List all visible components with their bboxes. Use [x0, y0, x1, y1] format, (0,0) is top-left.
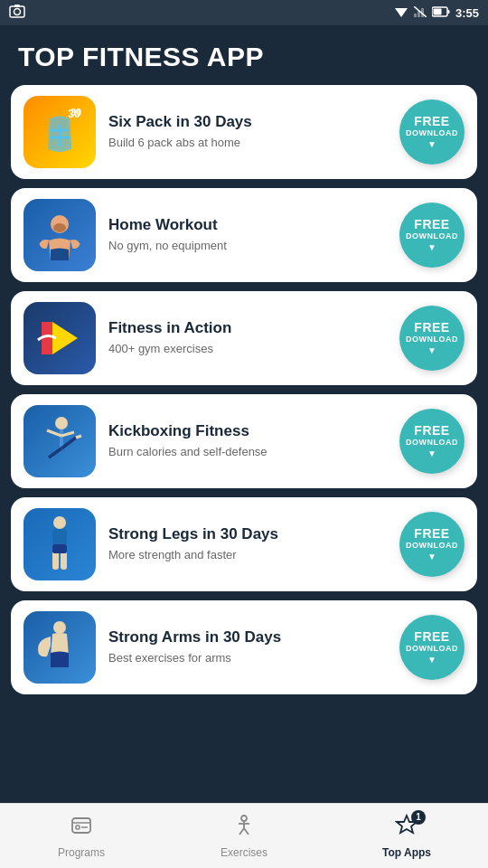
status-bar: 3:55 [0, 0, 488, 25]
svg-line-40 [239, 828, 244, 835]
arrow-down-icon: ▼ [427, 655, 436, 665]
app-icon-legs [23, 508, 96, 580]
app-icon-sixpack: 30 30 [23, 96, 96, 168]
download-btn-kickboxing[interactable]: FREE DOWNLOAD ▼ [399, 409, 465, 474]
download-btn-arms[interactable]: FREE DOWNLOAD ▼ [399, 615, 465, 680]
signal-icon [414, 6, 427, 20]
app-subtitle-fitness: 400+ gym exercises [108, 341, 387, 357]
app-icon-kickboxing [23, 405, 96, 477]
svg-line-41 [244, 828, 249, 835]
badge-number: 1 [411, 810, 426, 825]
app-title-kickboxing: Kickboxing Fitness [108, 422, 387, 440]
app-card-legs: Strong Legs in 30 Days More strength and… [11, 497, 477, 591]
nav-item-exercises[interactable]: Exercises [163, 804, 325, 868]
nav-label-topapps: Top Apps [382, 846, 431, 859]
app-info-arms: Strong Arms in 30 Days Best exercises fo… [108, 628, 387, 666]
svg-line-22 [47, 430, 61, 436]
topapps-icon: 1 [395, 814, 418, 843]
svg-rect-2 [14, 5, 20, 7]
nav-label-programs: Programs [58, 846, 105, 859]
app-card-fitness: Fitness in Action 400+ gym exercises FRE… [11, 291, 477, 385]
arrow-down-icon: ▼ [427, 552, 436, 561]
svg-marker-3 [395, 8, 408, 17]
status-left [9, 4, 25, 22]
page-header: TOP FITNESS APP [0, 25, 488, 85]
svg-line-23 [61, 432, 74, 436]
nav-label-exercises: Exercises [221, 846, 267, 859]
svg-line-25 [61, 438, 76, 448]
arrow-down-icon: ▼ [427, 242, 436, 252]
app-subtitle-kickboxing: Burn calories and self-defense [108, 444, 387, 460]
svg-rect-33 [72, 818, 90, 833]
svg-line-24 [49, 448, 61, 458]
app-card-home: Home Workout No gym, no equipment FREE D… [11, 188, 477, 282]
photo-icon [9, 4, 25, 22]
app-icon-fitness [23, 302, 96, 374]
app-title-fitness: Fitness in Action [108, 319, 387, 337]
page-title: TOP FITNESS APP [18, 42, 470, 72]
arrow-down-icon: ▼ [427, 448, 436, 458]
svg-rect-10 [433, 8, 441, 14]
bottom-nav: Programs Exercises 1 Top Apps [0, 803, 488, 868]
nav-item-programs[interactable]: Programs [0, 804, 163, 868]
status-right: 3:55 [394, 6, 479, 20]
app-card-sixpack: 30 30 Six Pack in 30 Days Build 6 pack a… [11, 85, 477, 179]
app-info-sixpack: Six Pack in 30 Days Build 6 pack abs at … [108, 113, 387, 151]
app-card-kickboxing: Kickboxing Fitness Burn calories and sel… [11, 394, 477, 488]
app-info-home: Home Workout No gym, no equipment [108, 216, 387, 254]
arrow-down-icon: ▼ [427, 139, 436, 149]
svg-point-32 [53, 621, 66, 634]
svg-point-17 [53, 223, 66, 232]
download-btn-fitness[interactable]: FREE DOWNLOAD ▼ [399, 306, 465, 371]
programs-icon [70, 814, 93, 843]
app-info-kickboxing: Kickboxing Fitness Burn calories and sel… [108, 422, 387, 460]
app-info-legs: Strong Legs in 30 Days More strength and… [108, 525, 387, 563]
svg-point-27 [53, 516, 66, 529]
app-title-legs: Strong Legs in 30 Days [108, 525, 387, 543]
svg-rect-4 [414, 14, 417, 17]
app-list: 30 30 Six Pack in 30 Days Build 6 pack a… [0, 85, 488, 803]
app-title-arms: Strong Arms in 30 Days [108, 628, 387, 646]
svg-line-26 [76, 436, 81, 438]
app-title-sixpack: Six Pack in 30 Days [108, 113, 387, 131]
svg-point-1 [14, 9, 21, 15]
download-btn-sixpack[interactable]: FREE DOWNLOAD ▼ [399, 99, 465, 165]
app-card-arms: Strong Arms in 30 Days Best exercises fo… [11, 600, 477, 694]
wifi-icon [394, 6, 408, 20]
app-title-home: Home Workout [108, 216, 387, 234]
exercises-icon [232, 814, 256, 843]
app-subtitle-arms: Best exercises for arms [108, 650, 387, 666]
svg-rect-9 [447, 10, 449, 14]
app-subtitle-sixpack: Build 6 pack abs at home [108, 135, 387, 151]
battery-icon [432, 6, 450, 20]
app-icon-arms [23, 611, 96, 684]
app-icon-home [23, 199, 96, 271]
app-subtitle-legs: More strength and faster [108, 547, 387, 563]
svg-text:30: 30 [70, 107, 81, 118]
download-btn-home[interactable]: FREE DOWNLOAD ▼ [399, 203, 465, 268]
nav-item-topapps[interactable]: 1 Top Apps [325, 804, 488, 868]
svg-rect-28 [52, 529, 67, 545]
time-display: 3:55 [455, 6, 479, 20]
svg-point-37 [241, 816, 247, 821]
svg-point-20 [55, 417, 68, 429]
arrow-down-icon: ▼ [427, 345, 436, 355]
svg-rect-31 [52, 544, 67, 553]
svg-rect-35 [76, 826, 80, 829]
app-subtitle-home: No gym, no equipment [108, 238, 387, 254]
download-btn-legs[interactable]: FREE DOWNLOAD ▼ [399, 512, 465, 577]
svg-marker-18 [52, 322, 78, 354]
app-info-fitness: Fitness in Action 400+ gym exercises [108, 319, 387, 357]
